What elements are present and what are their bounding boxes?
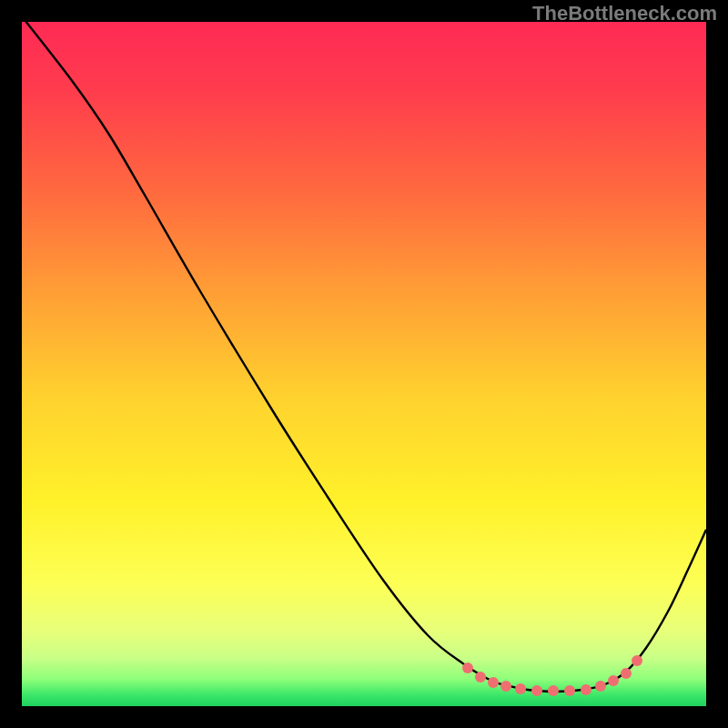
marker-dot — [515, 683, 526, 694]
marker-dot — [488, 677, 499, 688]
marker-dot — [632, 655, 642, 666]
marker-dot — [500, 681, 511, 692]
marker-dot — [548, 685, 559, 696]
marker-dot — [531, 685, 542, 696]
marker-dot — [564, 685, 575, 696]
watermark-text: TheBottleneck.com — [532, 2, 717, 25]
bottleneck-chart — [0, 0, 728, 728]
marker-dot — [621, 668, 632, 679]
marker-dot — [595, 681, 606, 692]
marker-dot — [475, 672, 486, 682]
gradient-background — [22, 22, 706, 706]
marker-dot — [462, 662, 473, 673]
chart-container: { "watermark": "TheBottleneck.com", "cha… — [0, 0, 728, 728]
marker-dot — [608, 675, 619, 686]
marker-dot — [581, 684, 592, 695]
